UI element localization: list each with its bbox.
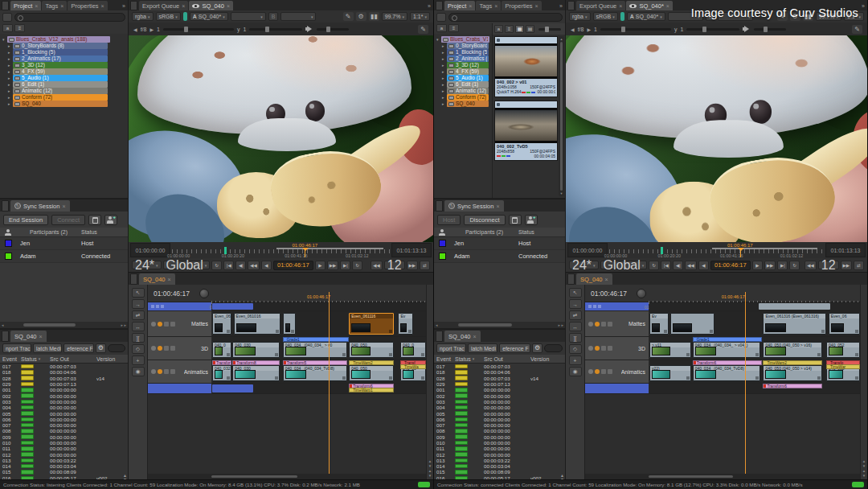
panel-menu-icon[interactable] <box>2 1 9 10</box>
thumbnail-size-slider[interactable] <box>538 28 561 31</box>
close-icon[interactable]: × <box>35 3 38 9</box>
close-icon[interactable]: × <box>227 3 230 9</box>
razor-tool-icon[interactable]: ][ <box>569 333 582 343</box>
prev-edit-icon[interactable]: ◀| <box>673 261 683 270</box>
panel-menu-icon[interactable] <box>2 200 9 212</box>
clip-even-061016[interactable]: Even_061016 <box>234 313 281 335</box>
nport-trac-button[interactable]: nport Trac <box>436 343 466 353</box>
fstop-down-icon[interactable]: ◀ <box>133 27 137 32</box>
fast-rewind-icon[interactable]: ◀◀ <box>685 261 696 270</box>
disk-icon[interactable] <box>164 369 169 374</box>
join-tool-icon[interactable]: + <box>569 355 582 365</box>
event-row[interactable]: 01400:00:03:04 <box>0 463 128 469</box>
clip-040-032[interactable]: 040_032 <box>212 365 231 381</box>
srcout-column-label[interactable]: Src Out <box>50 356 96 362</box>
frame-increment-value[interactable]: 12 <box>384 261 405 269</box>
panel-menu-icon[interactable] <box>436 1 443 10</box>
sync-hscrollbar[interactable]: ◂▸ ▸ <box>0 322 128 328</box>
track-lane[interactable]: Transform6TimeWarp1 <box>212 384 426 393</box>
tab-overflow-icon[interactable]: » <box>558 1 564 10</box>
clip-040-052[interactable]: 040_052 <box>826 342 860 358</box>
tab-overflow-icon[interactable]: » <box>426 1 432 10</box>
timeline-vscrollbar[interactable]: ▲▼▲▼ <box>426 285 433 479</box>
tree-item-blues-crabs-v12-anais-188[interactable]: ▾Blues_Crabs_V12_anais (188) <box>436 36 489 43</box>
close-icon[interactable]: × <box>168 277 171 282</box>
effect-strip-timewar[interactable]: TimeWar <box>826 364 860 369</box>
connect-button[interactable]: Connect <box>51 215 85 225</box>
spreadsheet-settings-icon[interactable]: ⚙ <box>96 343 106 353</box>
playback-loop-icon[interactable]: ↻ <box>211 261 222 270</box>
select-tool-icon[interactable]: ↖ <box>569 288 582 298</box>
retime-tool-icon[interactable]: ◇ <box>132 344 145 354</box>
event-row[interactable]: 01500:00:08:09 <box>434 469 565 475</box>
frame-skip-back-icon[interactable]: ◀◀ <box>371 261 382 270</box>
tree-item-2-animatics-17[interactable]: ▸2_Animatics (17) <box>8 55 108 62</box>
sync-tool-icon[interactable]: ◉ <box>569 367 582 376</box>
clip-shot[interactable] <box>670 313 714 335</box>
wipe-mode-select[interactable]: ▾ <box>231 12 266 21</box>
disk-icon[interactable] <box>164 346 169 351</box>
goto-start-icon[interactable]: |◀ <box>223 261 234 270</box>
status-column-label[interactable]: Status▾ <box>21 356 50 362</box>
spreadsheet-search-input[interactable] <box>108 344 125 352</box>
track-header[interactable]: 3D <box>148 337 212 360</box>
effect-strip-timewa[interactable]: TimeWa <box>400 364 426 369</box>
tree-item-6-edit-1[interactable]: ▸6_Edit (1) <box>8 81 108 88</box>
event-row[interactable]: 00100:00:00:00 <box>434 387 565 392</box>
fps-select[interactable]: 24*▾ <box>569 261 599 269</box>
goto-start-icon[interactable]: |◀ <box>661 261 671 270</box>
fast-rewind-icon[interactable]: ◀◀ <box>248 261 259 270</box>
list-view-icon[interactable]: ≡ <box>14 24 25 32</box>
tree-item-0-storyboards-8[interactable]: ▸0_StoryBoards (8) <box>442 43 489 49</box>
track-header[interactable]: Animatics <box>585 360 649 383</box>
gamma-slider[interactable] <box>686 28 739 31</box>
participant-row-jen[interactable]: JenHost <box>0 237 128 250</box>
flag-icon[interactable] <box>170 346 175 351</box>
clip-040-030[interactable]: 040_030_ <box>232 365 280 381</box>
timeline-vscrollbar[interactable]: ▲▼▲▼ <box>860 285 867 479</box>
disk-icon[interactable] <box>164 322 169 327</box>
close-icon[interactable]: × <box>182 3 185 9</box>
event-row[interactable]: 01100:00:00:00 <box>0 446 128 451</box>
event-row[interactable]: 00700:00:00:00 <box>0 422 128 428</box>
slip-tool-icon[interactable]: ⇄ <box>569 310 582 320</box>
event-row[interactable]: 00900:00:00:00 <box>434 434 565 440</box>
channel-select[interactable]: rgba▾ <box>132 12 154 21</box>
move-tool-icon[interactable]: → <box>132 299 145 309</box>
panel-menu-icon[interactable] <box>130 1 137 10</box>
input-b-select[interactable]: B <box>268 12 279 21</box>
effect-strip-transform6[interactable]: Transform6 <box>763 384 821 388</box>
event-column-label[interactable]: Event <box>434 356 455 362</box>
eference-f-button[interactable]: eference F <box>63 343 94 353</box>
latch-medi-button[interactable]: latch Medi <box>33 343 62 353</box>
close-icon[interactable]: × <box>469 3 472 9</box>
overlay-pen-icon[interactable]: ✎ <box>418 25 428 34</box>
event-row[interactable]: 01800:00:04:06 <box>434 369 565 375</box>
track-lane[interactable]: v22)040_034_ (040_034_TvD8)040_050 (040_… <box>649 360 860 383</box>
zoom-knob[interactable] <box>199 289 209 298</box>
srcout-column-label[interactable]: Src Out <box>484 356 530 362</box>
zoom-knob[interactable] <box>637 289 646 298</box>
tree-item-sq-040[interactable]: ▸SQ_040 <box>442 101 489 107</box>
end-session-button[interactable]: End Session <box>3 215 48 225</box>
next-edit-icon[interactable]: ▶| <box>777 261 788 270</box>
aspect-select[interactable]: 1:1*▾ <box>410 12 430 21</box>
tab-properties[interactable]: Properties× <box>68 1 107 10</box>
clip-040-050[interactable]: 040_050 <box>349 342 394 358</box>
tab-export-queue[interactable]: Export Queue× <box>576 1 625 10</box>
disk-icon[interactable] <box>601 322 606 327</box>
viewer-playhead[interactable] <box>740 248 741 257</box>
tree-item-conform-72[interactable]: ▸Conform (72) <box>442 94 489 101</box>
status-column-label[interactable]: Status▾ <box>455 356 484 362</box>
tree-item-5-audio-1[interactable]: ▸5_Audio (1) <box>442 75 489 81</box>
panel-menu-icon[interactable] <box>567 273 575 285</box>
clear-participants-button[interactable] <box>88 215 101 225</box>
tab-timeline[interactable]: SQ_040 × <box>139 273 175 285</box>
range-mode-select[interactable]: Global▾ <box>163 261 211 269</box>
event-row[interactable]: 01000:00:00:00 <box>0 440 128 446</box>
panel-menu-icon[interactable] <box>436 200 443 212</box>
lock-icon[interactable] <box>588 346 593 351</box>
close-icon[interactable]: × <box>473 334 477 339</box>
clip-shot[interactable] <box>283 313 296 335</box>
tab-project[interactable]: Project× <box>10 1 41 10</box>
